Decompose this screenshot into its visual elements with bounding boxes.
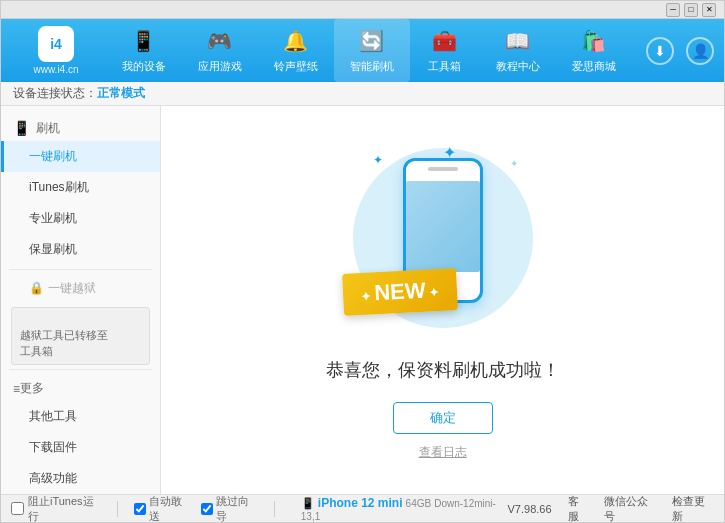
nav-apps-games[interactable]: 🎮 应用游戏: [182, 19, 258, 82]
nav-smart-flash[interactable]: 🔄 智能刷机: [334, 19, 410, 82]
toolbox-icon: 🧰: [431, 27, 459, 55]
device-phone-icon: 📱: [301, 497, 318, 509]
maximize-button[interactable]: □: [684, 3, 698, 17]
flash-section-label: 刷机: [36, 120, 60, 137]
skip-wizard-label: 跳过向导: [216, 494, 258, 524]
content-body: 📱 刷机 一键刷机 iTunes刷机 专业刷机 保显刷机 🔒 一键越狱 越狱工具…: [1, 106, 724, 494]
nav-mall[interactable]: 🛍️ 爱思商城: [556, 19, 632, 82]
sidebar-item-one-click-flash[interactable]: 一键刷机: [1, 141, 160, 172]
device-storage-val: 64GB: [406, 498, 432, 509]
auto-dismiss-label: 自动敢送: [149, 494, 191, 524]
sidebar-item-download-firmware[interactable]: 下载固件: [1, 432, 160, 463]
title-bar: ─ □ ✕: [1, 1, 724, 19]
service-button[interactable]: 客服: [568, 494, 589, 524]
device-name: iPhone 12 mini: [318, 496, 403, 510]
stop-itunes-checkbox[interactable]: [11, 502, 24, 515]
close-button[interactable]: ✕: [702, 3, 716, 17]
logo: i4 www.i4.cn: [11, 26, 101, 75]
sidebar: 📱 刷机 一键刷机 iTunes刷机 专业刷机 保显刷机 🔒 一键越狱 越狱工具…: [1, 106, 161, 494]
sparkle-1: ✦: [373, 153, 383, 167]
confirm-button[interactable]: 确定: [393, 402, 493, 434]
stop-itunes-control[interactable]: 阻止iTunes运行: [11, 494, 101, 524]
logo-subtitle: www.i4.cn: [33, 64, 78, 75]
sidebar-section-flash: 📱 刷机: [1, 114, 160, 141]
bottom-left: 阻止iTunes运行 自动敢送 跳过向导 📱 iPhone 12 mini 64…: [11, 494, 508, 524]
skip-wizard-checkbox-item[interactable]: 跳过向导: [201, 494, 258, 524]
my-device-icon: 📱: [130, 27, 158, 55]
apps-games-label: 应用游戏: [198, 59, 242, 74]
minimize-button[interactable]: ─: [666, 3, 680, 17]
advanced-label: 高级功能: [29, 471, 77, 485]
sidebar-item-itunes-flash[interactable]: iTunes刷机: [1, 172, 160, 203]
stop-itunes-label: 阻止iTunes运行: [28, 494, 101, 524]
app-window: ─ □ ✕ i4 www.i4.cn 📱 我的设备 🎮 应用游戏 🔔 铃声壁纸: [0, 0, 725, 523]
tutorial-icon: 📖: [504, 27, 532, 55]
flash-section-icon: 📱: [13, 120, 30, 136]
notice-text: 越狱工具已转移至 工具箱: [20, 329, 108, 356]
more-section-icon: ≡: [13, 382, 20, 396]
device-info: 📱 iPhone 12 mini 64GB Down-12mini-13,1: [301, 496, 508, 522]
smart-flash-label: 智能刷机: [350, 59, 394, 74]
auto-dismiss-checkbox-item[interactable]: 自动敢送: [134, 494, 191, 524]
header-right-buttons: ⬇ 👤: [646, 37, 714, 65]
new-badge: NEW: [341, 268, 457, 316]
download-button[interactable]: ⬇: [646, 37, 674, 65]
main-content: ✦ ✦ ✦ NEW 恭喜您，保资料刷机成功啦！ 确定 查看日志: [161, 106, 724, 494]
nav-ringtones[interactable]: 🔔 铃声壁纸: [258, 19, 334, 82]
tutorial-label: 教程中心: [496, 59, 540, 74]
logo-icon-text: i4: [50, 36, 62, 52]
sidebar-item-save-flash[interactable]: 保显刷机: [1, 234, 160, 265]
sidebar-notice-jailbreak: 越狱工具已转移至 工具箱: [11, 307, 150, 365]
other-tools-label: 其他工具: [29, 409, 77, 423]
sidebar-item-advanced[interactable]: 高级功能: [1, 463, 160, 494]
nav-items: 📱 我的设备 🎮 应用游戏 🔔 铃声壁纸 🔄 智能刷机 🧰 工具箱 📖: [101, 19, 636, 82]
status-value: 正常模式: [97, 85, 145, 102]
view-log-link[interactable]: 查看日志: [419, 444, 467, 461]
apps-games-icon: 🎮: [206, 27, 234, 55]
save-flash-label: 保显刷机: [29, 242, 77, 256]
mall-label: 爱思商城: [572, 59, 616, 74]
one-click-flash-label: 一键刷机: [29, 149, 77, 163]
success-message: 恭喜您，保资料刷机成功啦！: [326, 358, 560, 382]
logo-icon: i4: [38, 26, 74, 62]
sidebar-divider-1: [9, 269, 152, 270]
bottom-right: V7.98.66 客服 微信公众号 检查更新: [508, 494, 715, 524]
pro-flash-label: 专业刷机: [29, 211, 77, 225]
sidebar-item-jailbreak-locked: 🔒 一键越狱: [1, 274, 160, 303]
sidebar-section-more: ≡ 更多: [1, 374, 160, 401]
nav-toolbox[interactable]: 🧰 工具箱: [410, 19, 480, 82]
bottom-bar: 阻止iTunes运行 自动敢送 跳过向导 📱 iPhone 12 mini 64…: [1, 494, 724, 522]
phone-illustration: ✦ ✦ ✦ NEW: [343, 138, 543, 338]
more-section-label: 更多: [20, 380, 44, 397]
jailbreak-locked-label: 一键越狱: [48, 280, 96, 297]
version-label: V7.98.66: [508, 503, 552, 515]
auto-dismiss-checkbox[interactable]: [134, 503, 146, 515]
nav-tutorial[interactable]: 📖 教程中心: [480, 19, 556, 82]
status-label: 设备连接状态：: [13, 85, 97, 102]
ringtones-label: 铃声壁纸: [274, 59, 318, 74]
my-device-label: 我的设备: [122, 59, 166, 74]
smart-flash-icon: 🔄: [358, 27, 386, 55]
itunes-flash-label: iTunes刷机: [29, 180, 89, 194]
sidebar-divider-2: [9, 369, 152, 370]
sidebar-item-other-tools[interactable]: 其他工具: [1, 401, 160, 432]
window-controls: ─ □ ✕: [666, 3, 716, 17]
user-button[interactable]: 👤: [686, 37, 714, 65]
bottom-divider: [117, 501, 118, 517]
skip-wizard-checkbox[interactable]: [201, 503, 213, 515]
ringtones-icon: 🔔: [282, 27, 310, 55]
download-firmware-label: 下载固件: [29, 440, 77, 454]
sparkle-3: ✦: [510, 158, 518, 169]
check-update-button[interactable]: 检查更新: [672, 494, 714, 524]
mall-icon: 🛍️: [580, 27, 608, 55]
lock-icon: 🔒: [29, 281, 44, 295]
phone-top-bar: [428, 167, 458, 171]
header: i4 www.i4.cn 📱 我的设备 🎮 应用游戏 🔔 铃声壁纸 🔄 智能刷机: [1, 19, 724, 82]
nav-my-device[interactable]: 📱 我的设备: [106, 19, 182, 82]
toolbox-label: 工具箱: [428, 59, 461, 74]
status-bar: 设备连接状态： 正常模式: [1, 82, 724, 105]
sidebar-item-pro-flash[interactable]: 专业刷机: [1, 203, 160, 234]
bottom-divider-2: [274, 501, 275, 517]
phone-screen: [406, 181, 480, 272]
wechat-button[interactable]: 微信公众号: [604, 494, 656, 524]
